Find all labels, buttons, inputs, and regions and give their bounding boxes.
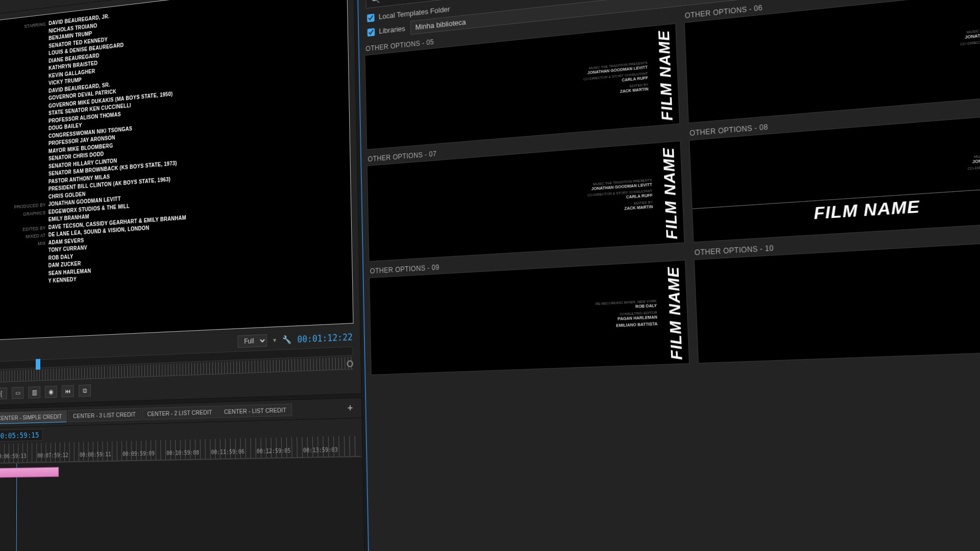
scrub-playhead[interactable] <box>36 359 40 369</box>
template-item[interactable]: OTHER OPTIONS - 10 RE-RECORDING MIXER, N… <box>693 228 980 364</box>
sequence-tab[interactable]: CENTER - 2 LIST CREDIT <box>142 406 217 420</box>
chevron-down-icon: ▾ <box>273 336 276 344</box>
template-thumbnail[interactable]: RE-RECORDING MIXER, NEW YORKROB DALYCONS… <box>694 239 980 364</box>
timeline-tracks[interactable] <box>0 457 365 551</box>
program-monitor: STARRINGDAVID BEAUREGARD, JR. NICHOLAS T… <box>0 0 362 406</box>
insert-button[interactable]: ▭ <box>12 387 23 399</box>
video-clip[interactable] <box>0 467 59 478</box>
template-item[interactable]: OTHER OPTIONS - 09 RE-RECORDING MIXER, N… <box>369 249 690 375</box>
essential-graphics-panel: ✋ T. 🔍 Local Templates Folder Libraries … <box>357 0 980 551</box>
mark-in-button[interactable]: { <box>0 387 7 399</box>
comparison-button[interactable]: ⧉ <box>79 385 91 397</box>
ruler-tick: 00:06:59:13 <box>0 453 27 460</box>
libraries-checkbox[interactable]: Libraries <box>368 24 405 36</box>
template-item[interactable]: OTHER OPTIONS - 08 MUSIC THE TRADITION P… <box>688 100 980 242</box>
ruler-tick: 00:11:59:06 <box>211 448 244 455</box>
ruler-tick: 00:09:59:09 <box>122 450 155 457</box>
timeline-panel: CENTER - SIMPLE CREDITCENTER - 3 LIST CR… <box>0 397 365 551</box>
new-sequence-button[interactable]: + <box>343 402 357 415</box>
template-item[interactable]: OTHER OPTIONS - 06 MUSIC THE TRADITION P… <box>683 0 980 123</box>
settings-wrench-icon[interactable]: 🔧 <box>282 335 291 344</box>
ruler-tick: 00:13:59:03 <box>303 446 338 454</box>
template-thumbnail[interactable]: MUSIC THE TRADITION PRESENTSJONATHAN GOO… <box>684 0 980 123</box>
sequence-tab[interactable]: CENTER - SIMPLE CREDIT <box>0 410 67 424</box>
ruler-tick: 00:12:59:05 <box>257 447 291 455</box>
export-frame-button[interactable]: ◉ <box>45 386 57 398</box>
ruler-tick: 00:07:59:12 <box>37 452 68 459</box>
credits-roll: STARRINGDAVID BEAUREGARD, JR. NICHOLAS T… <box>13 0 331 287</box>
resolution-select[interactable]: Full <box>237 334 267 348</box>
sequence-tab[interactable]: CENTER - 3 LIST CREDIT <box>68 408 141 422</box>
timeline-timecode[interactable]: 00:05:59:15 <box>0 429 42 442</box>
program-timecode[interactable]: 00:01:12:22 <box>297 331 353 344</box>
template-item[interactable]: OTHER OPTIONS - 07 MUSIC THE TRADITION P… <box>366 130 684 262</box>
template-grid: OTHER OPTIONS - 05 MUSIC THE TRADITION P… <box>359 0 980 551</box>
template-thumbnail[interactable]: RE-RECORDING MIXER, NEW YORKROB DALYCONS… <box>369 260 689 375</box>
zoom-knob[interactable] <box>347 360 353 367</box>
monitor-viewport[interactable]: STARRINGDAVID BEAUREGARD, JR. NICHOLAS T… <box>0 0 354 340</box>
overwrite-button[interactable]: ▥ <box>28 386 40 398</box>
step-back-button[interactable]: ⏮ <box>62 385 74 397</box>
ruler-tick: 00:08:59:11 <box>80 451 111 458</box>
sequence-tab[interactable]: CENTER - LIST CREDIT <box>218 404 292 418</box>
ruler-tick: 00:10:59:08 <box>166 449 199 456</box>
